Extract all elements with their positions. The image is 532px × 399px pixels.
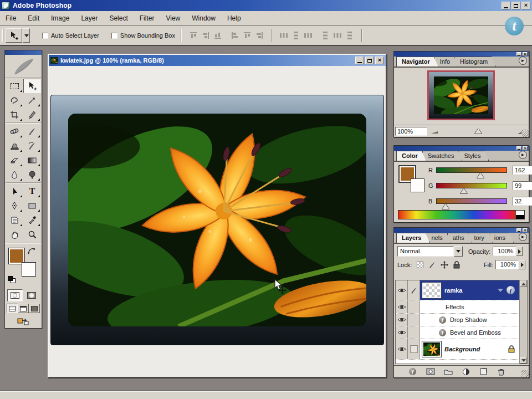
layer-name[interactable]: ramka: [444, 287, 462, 294]
tab-swatches[interactable]: Swatches: [422, 151, 463, 161]
add-layer-mask-button[interactable]: [425, 367, 436, 376]
layers-resize-grip[interactable]: [521, 370, 529, 377]
dodge-tool[interactable]: [23, 167, 41, 182]
lock-image-icon[interactable]: [427, 260, 437, 269]
swap-colors-icon[interactable]: [27, 247, 36, 255]
menu-image[interactable]: Image: [50, 13, 70, 23]
close-button[interactable]: ×: [521, 2, 530, 9]
panel-minimize-icon[interactable]: [516, 52, 521, 56]
fullscreen-menubar-mode-button[interactable]: [18, 304, 29, 313]
foreground-color-swatch[interactable]: [9, 248, 24, 264]
zoom-tool[interactable]: [23, 227, 41, 242]
tab-histogram[interactable]: Histogram: [454, 57, 496, 66]
lock-transparency-icon[interactable]: [415, 260, 424, 269]
align-right-button[interactable]: [254, 30, 265, 40]
scroll-up-icon[interactable]: [520, 280, 527, 287]
panel-menu-icon[interactable]: ►: [519, 57, 527, 65]
menu-filter[interactable]: Filter: [139, 13, 156, 23]
red-value-field[interactable]: 162: [513, 166, 532, 175]
menu-layer[interactable]: Layer: [80, 13, 99, 23]
standard-screen-mode-button[interactable]: [7, 304, 18, 313]
panel-close-icon[interactable]: ×: [523, 146, 528, 150]
options-bar-grip[interactable]: [1, 29, 3, 42]
new-layer-set-button[interactable]: [443, 367, 454, 376]
menu-select[interactable]: Select: [108, 13, 129, 23]
blur-tool[interactable]: [6, 167, 23, 182]
crop-tool[interactable]: [6, 108, 23, 122]
align-vertical-center-button[interactable]: [200, 30, 211, 40]
visibility-toggle[interactable]: [396, 300, 408, 313]
restore-button[interactable]: [511, 2, 520, 9]
doc-close-button[interactable]: ×: [375, 57, 384, 64]
layer-style-icon[interactable]: f: [507, 286, 515, 294]
layer-thumbnail-transparent[interactable]: [422, 283, 441, 298]
spectrum-white-patch[interactable]: [515, 211, 524, 215]
delete-layer-button[interactable]: [496, 367, 507, 376]
background-color-swatch[interactable]: [22, 263, 35, 276]
distribute-bottom-button[interactable]: [303, 30, 314, 40]
panel-minimize-icon[interactable]: [516, 228, 521, 232]
slice-tool[interactable]: [23, 108, 41, 122]
effects-collapse-icon[interactable]: [498, 289, 503, 292]
lock-all-icon[interactable]: [452, 260, 461, 269]
adobe-feather-logo[interactable]: [5, 55, 42, 78]
layers-scrollbar[interactable]: [519, 280, 527, 364]
doc-maximize-button[interactable]: [365, 57, 374, 64]
layers-panel-title-bar[interactable]: ×: [394, 228, 529, 233]
distribute-right-button[interactable]: [344, 30, 355, 40]
layer-row-background[interactable]: Background: [396, 339, 519, 360]
healing-brush-tool[interactable]: [6, 124, 23, 139]
distribute-left-button[interactable]: [320, 30, 331, 40]
layer-row-effects[interactable]: Effects: [396, 300, 519, 314]
auto-select-layer-checkbox[interactable]: [42, 33, 48, 39]
new-layer-button[interactable]: [478, 367, 489, 376]
fill-value[interactable]: 100%: [495, 260, 519, 269]
ramka-frame[interactable]: [50, 95, 384, 345]
tab-actions[interactable]: ions: [489, 233, 514, 243]
color-background-swatch[interactable]: [411, 178, 424, 192]
menu-edit[interactable]: Edit: [27, 13, 40, 23]
distribute-top-button[interactable]: [278, 30, 289, 40]
panel-menu-icon[interactable]: ►: [519, 233, 527, 241]
fill-arrow-icon[interactable]: [519, 260, 525, 269]
align-horizontal-center-button[interactable]: [242, 30, 253, 40]
color-panel-title-bar[interactable]: ×: [394, 146, 529, 151]
brush-tool[interactable]: [23, 124, 41, 139]
color-spectrum-ramp[interactable]: [398, 210, 525, 219]
toolbox-title-bar[interactable]: [5, 50, 42, 55]
panel-close-icon[interactable]: ×: [523, 52, 528, 56]
tab-navigator[interactable]: Navigator: [396, 57, 438, 66]
distribute-vertical-center-button[interactable]: [290, 30, 301, 40]
tab-layers[interactable]: Layers: [396, 233, 429, 243]
red-slider-thumb[interactable]: [477, 173, 484, 178]
layer-row-ramka[interactable]: ramka f: [396, 280, 519, 300]
move-tool[interactable]: [23, 79, 41, 93]
document-title-bar[interactable]: kwiatek.jpg @ 100% (ramka, RGB/8) ×: [49, 55, 386, 66]
jump-to-imageready-button[interactable]: [16, 315, 31, 327]
new-adjustment-layer-button[interactable]: [461, 367, 472, 376]
green-value-field[interactable]: 99: [513, 181, 532, 190]
visibility-toggle[interactable]: [396, 326, 408, 339]
default-colors-icon[interactable]: [8, 276, 17, 284]
background-layer-name[interactable]: Background: [444, 346, 480, 352]
minimize-button[interactable]: [502, 2, 510, 9]
blend-mode-select[interactable]: Normal: [397, 246, 463, 257]
align-top-button[interactable]: [188, 30, 199, 40]
scroll-down-icon[interactable]: [520, 357, 527, 364]
opacity-value[interactable]: 100%: [493, 247, 516, 256]
gradient-tool[interactable]: [23, 153, 41, 167]
navigator-zoom-field[interactable]: 100%: [395, 127, 427, 136]
red-slider[interactable]: [436, 167, 507, 173]
panel-minimize-icon[interactable]: [516, 146, 521, 150]
link-cell[interactable]: [408, 339, 420, 359]
quick-mask-mode-button[interactable]: [24, 289, 39, 301]
lasso-tool[interactable]: [6, 93, 23, 108]
menu-window[interactable]: Window: [191, 13, 217, 23]
menu-help[interactable]: Help: [226, 13, 242, 23]
background-thumbnail[interactable]: [422, 341, 441, 357]
navigator-thumbnail[interactable]: [427, 70, 495, 120]
eraser-tool[interactable]: [6, 153, 23, 167]
marquee-tool[interactable]: [6, 79, 23, 93]
tab-paths[interactable]: aths: [447, 233, 473, 243]
align-left-button[interactable]: [229, 30, 241, 40]
